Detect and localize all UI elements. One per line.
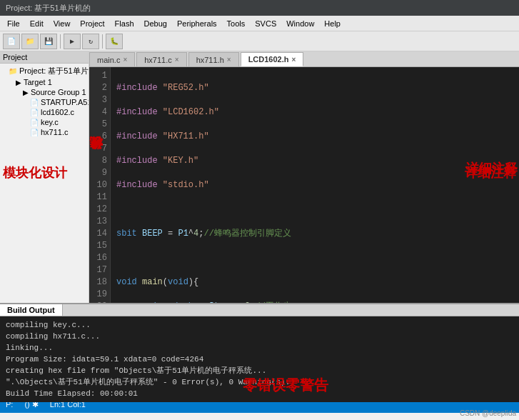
- menu-view[interactable]: View: [49, 18, 75, 29]
- project-title: Project: [3, 53, 27, 61]
- tree-hx711[interactable]: 📄 hx711.c: [1, 127, 87, 137]
- tree-startup[interactable]: 📄 STARTUP.A51: [1, 97, 87, 107]
- tab-hx711-c-close[interactable]: ×: [175, 56, 179, 64]
- tree-target1[interactable]: ▶ Target 1: [1, 77, 87, 87]
- tab-hx711-h-close[interactable]: ×: [227, 56, 231, 64]
- project-header: Project: [0, 51, 89, 64]
- code-editor[interactable]: 12345 678910 1112131415 1617181920 21222…: [89, 67, 519, 303]
- menu-file[interactable]: File: [3, 18, 24, 29]
- line-numbers: 12345 678910 1112131415 1617181920 21222…: [89, 67, 111, 303]
- tab-hx711-c[interactable]: hx711.c ×: [136, 52, 186, 66]
- menu-debug[interactable]: Debug: [140, 18, 171, 29]
- sourcegroup-label: Source Group 1: [31, 88, 86, 96]
- build-line-1: compiling key.c...: [6, 319, 513, 331]
- project-panel: Project 📁 Project: 基于51单片机的... ▶ Target …: [0, 51, 89, 303]
- file-label-3: key.c: [41, 118, 59, 126]
- app-window: Project: 基于51单片机的 File Edit View Project…: [0, 0, 519, 420]
- rebuild-btn[interactable]: ↻: [82, 34, 99, 49]
- build-btn[interactable]: ▶: [64, 34, 81, 49]
- tab-main-c[interactable]: main.c ×: [89, 52, 135, 66]
- menu-help[interactable]: Help: [320, 18, 345, 29]
- watermark: CSDN @deeplida: [460, 409, 516, 417]
- build-output-content[interactable]: compiling key.c... compiling hx711.c... …: [0, 316, 519, 402]
- tab-hx711-h[interactable]: hx711.h ×: [188, 52, 239, 66]
- file-icon-4: 📄: [30, 129, 39, 136]
- project-icon: 📁: [9, 67, 17, 75]
- menu-flash[interactable]: Flash: [111, 18, 138, 29]
- build-line-6: ".\Objects\基于51单片机的电子秤系统" - 0 Error(s), …: [6, 376, 513, 388]
- build-line-7: Build Time Elapsed: 00:00:01: [6, 388, 513, 399]
- tree-lcd1602[interactable]: 📄 lcd1602.c: [1, 107, 87, 117]
- build-area: Build Output compiling key.c... compilin…: [0, 303, 519, 396]
- tab-lcd1602-h-close[interactable]: ×: [291, 56, 296, 64]
- build-line-2: compiling hx711.c...: [6, 331, 513, 342]
- tab-lcd1602-h[interactable]: LCD1602.h ×: [241, 52, 304, 66]
- tab-main-c-label: main.c: [97, 56, 120, 64]
- bottom-tabs: Build Output: [0, 304, 519, 316]
- file-icon-3: 📄: [30, 119, 39, 126]
- open-btn[interactable]: 📁: [21, 34, 39, 49]
- menu-project[interactable]: Project: [76, 18, 109, 29]
- project-tree[interactable]: 📁 Project: 基于51单片机的... ▶ Target 1 ▶ Sour…: [0, 64, 89, 303]
- detail-label: 详细注释: [466, 160, 518, 177]
- toolbar: 📄 📁 💾 ▶ ↻ 🐛: [0, 31, 519, 51]
- tab-lcd1602-h-label: LCD1602.h: [248, 55, 289, 64]
- file-icon-2: 📄: [30, 109, 39, 116]
- menu-window[interactable]: Window: [282, 18, 318, 29]
- menu-tools[interactable]: Tools: [223, 18, 250, 29]
- tab-hx711-c-label: hx711.c: [144, 56, 172, 64]
- tab-build-output[interactable]: Build Output: [0, 304, 63, 316]
- target-icon: ▶: [16, 79, 21, 86]
- file-label-4: hx711.c: [41, 128, 69, 136]
- build-line-5: creating hex file from "Objects\基于51单片机的…: [6, 365, 513, 376]
- debug-btn[interactable]: 🐛: [106, 34, 123, 49]
- save-btn[interactable]: 💾: [40, 34, 57, 49]
- file-label-1: STARTUP.A51: [41, 98, 89, 106]
- new-btn[interactable]: 📄: [3, 34, 20, 49]
- project-label: Project: 基于51单片机的...: [19, 66, 89, 76]
- menu-edit[interactable]: Edit: [26, 18, 48, 29]
- build-line-3: linking...: [6, 342, 513, 354]
- file-icon-1: 📄: [30, 99, 39, 106]
- tab-bar: main.c × hx711.c × hx711.h × LCD1602.h ×: [89, 51, 519, 67]
- file-label-2: lcd1602.c: [41, 108, 74, 116]
- build-line-4: Program Size: idata=59.1 xdata=0 code=42…: [6, 354, 513, 365]
- code-area-wrapper: 模块化设计 详细注释 12345 678910 1112131415 16171…: [89, 67, 519, 303]
- target-label: Target 1: [24, 78, 52, 86]
- main-content: Project 📁 Project: 基于51单片机的... ▶ Target …: [0, 51, 519, 303]
- tree-source-group[interactable]: ▶ Source Group 1: [1, 87, 87, 97]
- code-wrapper: main.c × hx711.c × hx711.h × LCD1602.h ×: [89, 51, 519, 303]
- menu-peripherals[interactable]: Peripherals: [173, 18, 221, 29]
- tab-build-output-label: Build Output: [7, 306, 55, 314]
- tab-main-c-close[interactable]: ×: [123, 56, 127, 64]
- sep2: [102, 34, 103, 49]
- menu-bar: File Edit View Project Flash Debug Perip…: [0, 16, 519, 31]
- menu-svcs[interactable]: SVCS: [251, 18, 281, 29]
- title-bar: Project: 基于51单片机的: [0, 0, 519, 16]
- title-text: Project: 基于51单片机的: [6, 3, 91, 14]
- tree-project[interactable]: 📁 Project: 基于51单片机的...: [1, 65, 87, 77]
- tree-key[interactable]: 📄 key.c: [1, 117, 87, 127]
- code-content: 12345 678910 1112131415 1617181920 21222…: [89, 67, 519, 303]
- tab-hx711-h-label: hx711.h: [196, 56, 224, 64]
- sep1: [60, 34, 61, 49]
- build-output-wrapper: compiling key.c... compiling hx711.c... …: [0, 316, 519, 402]
- code-lines-content: #include "REG52.h" #include "LCD1602.h" …: [111, 67, 519, 303]
- sourcegroup-icon: ▶: [23, 89, 29, 96]
